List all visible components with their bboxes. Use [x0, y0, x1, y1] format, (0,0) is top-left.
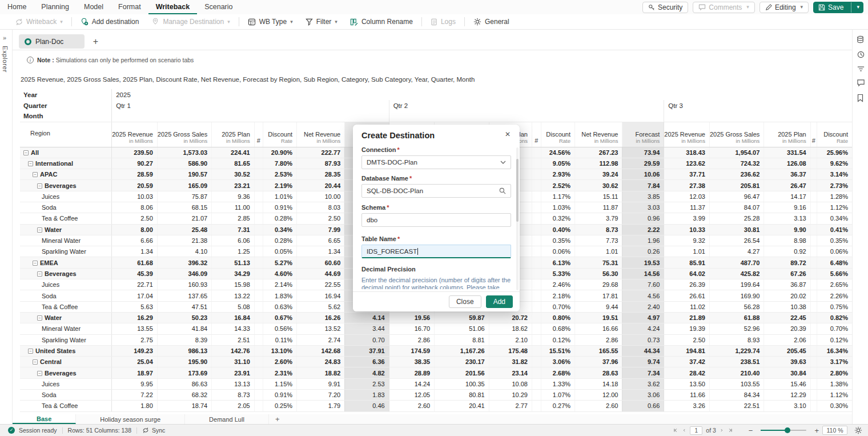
cell-q1_rev[interactable]: 1.34 [112, 246, 158, 257]
cell-q3_hash[interactable] [810, 367, 817, 378]
add-doc-tab-button[interactable]: + [89, 34, 103, 49]
cell-q2_fc[interactable]: 1.96 [622, 235, 664, 246]
cell-q1_plan[interactable]: 81.65 [212, 158, 255, 169]
cell-q3_hash[interactable] [810, 213, 817, 224]
sheet-tab-holiday-season-surge[interactable]: Holiday season surge [76, 414, 185, 424]
cell-q2_rev[interactable]: 28.89 [389, 367, 435, 378]
table-name-input[interactable]: IDS_FORECAST [361, 245, 511, 258]
cell-q3_rev[interactable]: 10.33 [664, 224, 710, 235]
cell-q3_disc[interactable]: 16.34% [817, 345, 852, 356]
cell-q1_hash[interactable] [254, 378, 263, 389]
cell-q1_rev[interactable]: 239.50 [112, 147, 158, 158]
cell-q1_hash[interactable] [254, 345, 263, 356]
cell-q2_fc[interactable]: 7.34 [622, 367, 664, 378]
cell-q2_hash[interactable] [532, 257, 541, 268]
cell-q3_disc[interactable]: 0.30% [817, 401, 852, 411]
cell-q3_rev[interactable]: 123.62 [664, 158, 710, 169]
cell-q1_rev[interactable]: 5.63 [112, 301, 158, 312]
cell-q3_gross[interactable]: 199.64 [709, 279, 763, 290]
column-header-q3_gross[interactable]: 2025 Gross Salesin Millions [709, 122, 763, 147]
writeback-menu-button[interactable]: Writeback ▾ [9, 14, 69, 29]
column-header-q2_fc[interactable]: Forecastin Millions [622, 122, 664, 147]
cell-q3_rev[interactable]: 11.02 [664, 301, 710, 312]
cell-q2_fc[interactable]: 19.53 [622, 257, 664, 268]
cell-q1_hash[interactable] [254, 334, 263, 345]
menu-scenario[interactable]: Scenario [197, 0, 240, 14]
cell-q1_plan[interactable]: 11.00 [212, 202, 255, 213]
cell-q2_hash[interactable] [532, 357, 541, 367]
modal-scrollbar-thumb[interactable] [516, 159, 519, 222]
cell-q1_plan[interactable]: 7.31 [212, 224, 255, 235]
cell-q1_rev[interactable]: 9.95 [112, 378, 158, 389]
zoom-level-input[interactable]: 110 % [822, 426, 847, 435]
cell-q1_net[interactable]: 222.77 [297, 147, 345, 158]
cell-q1_plan[interactable]: 51.13 [212, 257, 255, 268]
cell-q2_disc[interactable]: 2.52% [541, 180, 574, 191]
cell-q3_gross[interactable]: 25.28 [709, 213, 763, 224]
cell-q1_rev[interactable]: 61.68 [112, 257, 158, 268]
cell-q2_fc[interactable]: 0.66 [622, 401, 664, 411]
doc-tab-plan-doc[interactable]: Plan-Doc [19, 34, 85, 49]
cell-q1_net[interactable]: 44.69 [297, 268, 345, 279]
cell-q2_disc[interactable]: 24.56% [541, 147, 574, 158]
cell-q2_rev[interactable]: 12.05 [389, 390, 435, 401]
cell-q1_net[interactable]: 16.94 [297, 290, 345, 301]
cell-q2_net[interactable]: 28.63 [575, 367, 622, 378]
cell-q3_disc[interactable]: 0.35% [817, 235, 852, 246]
cell-q3_hash[interactable] [810, 323, 817, 334]
cell-q3_disc[interactable]: 0.06% [817, 246, 852, 257]
cell-q1_disc[interactable]: 0.67% [263, 312, 296, 323]
cell-q2_disc[interactable]: 0.35% [541, 235, 574, 246]
cell-q2_fc[interactable]: 0.96 [622, 213, 664, 224]
cell-q3_plan[interactable]: 3.13 [764, 213, 810, 224]
collapse-row-icon[interactable]: − [23, 150, 29, 155]
cell-q1_fc[interactable]: 37.91 [345, 345, 389, 356]
cell-q3_disc[interactable]: 1.28% [817, 191, 852, 202]
editing-button[interactable]: Editing ▾ [760, 2, 809, 13]
column-header-q3_rev[interactable]: 2025 Revenuein Millions [664, 122, 710, 147]
column-header-q3_hash[interactable]: # [810, 122, 817, 147]
cell-q1_net[interactable]: 5.62 [297, 301, 345, 312]
cell-q1_net[interactable]: 22.55 [297, 279, 345, 290]
cell-q2_plan[interactable]: 18.62 [489, 323, 532, 334]
cell-q2_rev[interactable]: 38.35 [389, 357, 435, 367]
cell-q2_disc[interactable]: 2.93% [541, 169, 574, 180]
cell-q1_net[interactable]: 6.65 [297, 235, 345, 246]
cell-q3_rev[interactable]: 318.43 [664, 147, 710, 158]
cell-q3_disc[interactable]: 2.65% [817, 279, 852, 290]
connection-select[interactable]: DMTS-DOC-Plan [361, 155, 511, 169]
cell-q1_rev[interactable]: 149.23 [112, 345, 158, 356]
last-page-icon[interactable] [728, 427, 734, 433]
cell-q1_net[interactable]: 24.83 [297, 357, 345, 367]
cell-q3_plan[interactable]: 26.47 [764, 180, 810, 191]
cell-q3_gross[interactable]: 8.93 [709, 334, 763, 345]
cell-q2_disc[interactable]: 9.05% [541, 158, 574, 169]
cell-q3_disc[interactable]: 0.34% [817, 213, 852, 224]
cell-q3_disc[interactable]: 1.12% [817, 202, 852, 213]
cell-q3_rev[interactable]: 19.39 [664, 323, 710, 334]
cell-q1_plan[interactable]: 13.22 [212, 290, 255, 301]
cell-q1_gross[interactable]: 346.09 [157, 268, 211, 279]
cell-q3_disc[interactable]: 0.70% [817, 323, 852, 334]
cell-q3_gross[interactable]: 61.88 [709, 312, 763, 323]
cell-q1_plan[interactable]: 2.05 [212, 401, 255, 411]
cell-q3_plan[interactable]: 30.84 [764, 367, 810, 378]
cell-q1_gross[interactable]: 137.65 [157, 290, 211, 301]
cell-q3_rev[interactable]: 37.71 [664, 169, 710, 180]
cell-q1_net[interactable]: 142.68 [297, 345, 345, 356]
cell-q2_disc[interactable]: 2.46% [541, 279, 574, 290]
search-icon[interactable] [499, 187, 506, 194]
cell-q2_plan[interactable]: 23.14 [489, 367, 532, 378]
cell-q1_gross[interactable]: 4.10 [157, 246, 211, 257]
zoom-slider[interactable] [761, 430, 806, 431]
cell-q2_hash[interactable] [532, 323, 541, 334]
cell-q1_disc[interactable]: 0.25% [263, 401, 296, 411]
cell-q1_hash[interactable] [254, 367, 263, 378]
logs-button[interactable]: Logs [424, 14, 462, 29]
cell-q2_disc[interactable]: 0.70% [541, 301, 574, 312]
cell-q3_rev[interactable]: 11.37 [664, 202, 710, 213]
cell-q2_fc[interactable]: 4.24 [622, 323, 664, 334]
prev-page-icon[interactable] [682, 427, 686, 433]
cell-q2_gross[interactable]: 1,167.26 [435, 345, 489, 356]
cell-q2_fc[interactable]: 14.56 [622, 268, 664, 279]
